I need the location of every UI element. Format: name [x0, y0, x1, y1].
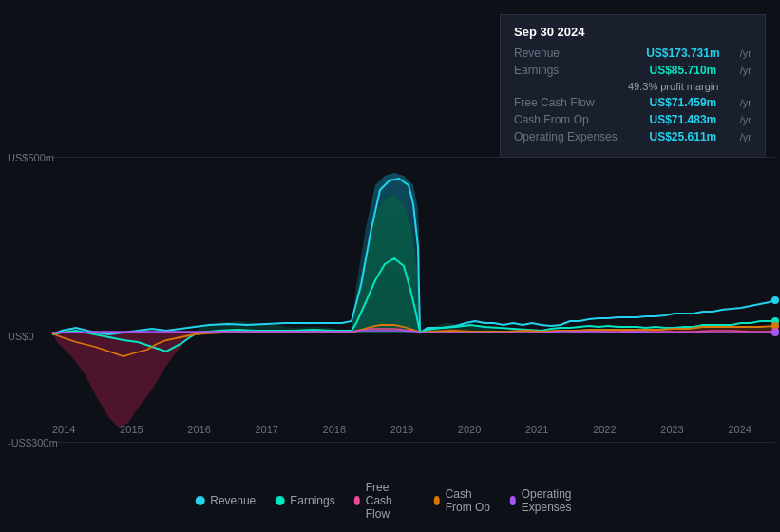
tooltip-fcf-unit: /yr: [740, 97, 751, 108]
x-label-2024: 2024: [728, 424, 751, 435]
tooltip-cashfromop-value: US$71.483m: [650, 113, 717, 126]
legend-earnings[interactable]: Earnings: [275, 494, 334, 507]
tooltip-cashfromop-label: Cash From Op: [514, 113, 628, 126]
tooltip-fcf-value: US$71.459m: [650, 96, 717, 109]
x-axis-labels: 2014 2015 2016 2017 2018 2019 2020 2021 …: [0, 424, 780, 435]
x-label-2014: 2014: [52, 424, 75, 435]
tooltip-revenue-label: Revenue: [514, 47, 628, 60]
tooltip-earnings-row: Earnings US$85.710m /yr: [514, 64, 751, 77]
legend-cashfromop[interactable]: Cash From Op: [434, 487, 491, 514]
tooltip-opex-label: Operating Expenses: [514, 130, 628, 143]
svg-point-5: [771, 329, 779, 336]
x-label-2021: 2021: [525, 424, 548, 435]
x-label-2016: 2016: [187, 424, 210, 435]
tooltip-fcf-row: Free Cash Flow US$71.459m /yr: [514, 96, 751, 109]
x-label-2017: 2017: [255, 424, 277, 435]
svg-point-1: [771, 296, 779, 304]
tooltip-panel: Sep 30 2024 Revenue US$173.731m /yr Earn…: [500, 14, 766, 158]
legend-revenue-dot: [195, 496, 204, 505]
tooltip-cashfromop-row: Cash From Op US$71.483m /yr: [514, 113, 751, 126]
tooltip-opex-value: US$25.611m: [650, 130, 717, 143]
x-label-2020: 2020: [458, 424, 481, 435]
x-label-2022: 2022: [593, 424, 616, 435]
legend-cashfromop-dot: [434, 496, 440, 505]
tooltip-revenue-row: Revenue US$173.731m /yr: [514, 47, 751, 60]
legend-opex-dot: [510, 496, 516, 505]
x-label-2019: 2019: [390, 424, 413, 435]
legend-fcf-label: Free Cash Flow: [366, 481, 415, 521]
legend-earnings-dot: [275, 496, 284, 505]
tooltip-opex-unit: /yr: [740, 131, 751, 142]
legend-fcf[interactable]: Free Cash Flow: [354, 481, 415, 521]
x-label-2015: 2015: [120, 424, 143, 435]
legend-revenue[interactable]: Revenue: [195, 494, 256, 507]
tooltip-revenue-unit: /yr: [740, 48, 751, 59]
tooltip-date: Sep 30 2024: [514, 25, 751, 39]
legend-earnings-label: Earnings: [290, 494, 334, 507]
tooltip-earnings-value: US$85.710m: [650, 64, 717, 77]
tooltip-fcf-label: Free Cash Flow: [514, 96, 628, 109]
legend-opex-label: Operating Expenses: [522, 487, 585, 514]
tooltip-margin: 49.3% profit margin: [514, 81, 751, 92]
legend-fcf-dot: [354, 496, 360, 505]
x-label-2018: 2018: [323, 424, 346, 435]
tooltip-earnings-unit: /yr: [740, 65, 751, 76]
legend-revenue-label: Revenue: [210, 494, 256, 507]
x-label-2023: 2023: [660, 424, 683, 435]
chart-legend: Revenue Earnings Free Cash Flow Cash Fro…: [195, 481, 585, 521]
tooltip-earnings-label: Earnings: [514, 64, 628, 77]
tooltip-cashfromop-unit: /yr: [740, 114, 751, 125]
legend-opex[interactable]: Operating Expenses: [510, 487, 585, 514]
tooltip-opex-row: Operating Expenses US$25.611m /yr: [514, 130, 751, 143]
tooltip-revenue-value: US$173.731m: [646, 47, 719, 60]
legend-cashfromop-label: Cash From Op: [446, 487, 491, 514]
